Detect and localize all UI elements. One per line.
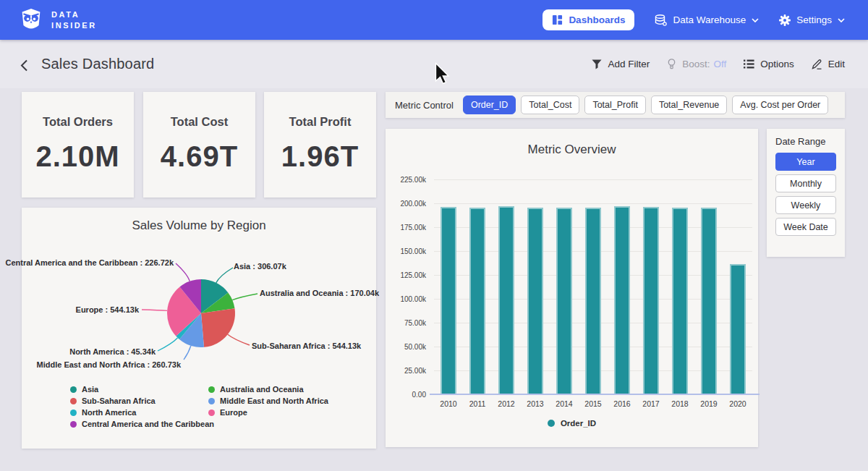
- bar-2013[interactable]: [527, 208, 543, 394]
- pie-callout-label: Sub-Saharan Africa : 544.13k: [252, 341, 361, 350]
- add-filter-label: Add Filter: [608, 59, 650, 69]
- date-range-buttons: YearMonthlyWeeklyWeek Date: [775, 153, 836, 236]
- page-header: Sales Dashboard Add Filter Boost: Off: [0, 40, 868, 88]
- date-range-button[interactable]: Week Date: [775, 218, 836, 236]
- pie-slice-2[interactable]: [201, 308, 235, 347]
- y-tick-label: 200.00k: [386, 200, 426, 208]
- pie-legend-item: Australia and Oceania: [208, 385, 328, 394]
- date-range-button[interactable]: Weekly: [775, 196, 836, 214]
- x-tick-label: 2018: [665, 399, 694, 408]
- boost-toggle[interactable]: Boost: Off: [667, 59, 726, 69]
- pie-callout-label: Europe : 544.13k: [76, 305, 139, 314]
- metric-control-button[interactable]: Avg. Cost per Order: [732, 96, 828, 114]
- legend-dot: [548, 420, 555, 427]
- legend-label: Central America and the Caribbean: [82, 420, 214, 428]
- options-button[interactable]: Options: [744, 59, 794, 69]
- metric-control-button[interactable]: Total_Cost: [521, 96, 579, 114]
- boost-label: Boost:: [682, 59, 710, 69]
- data-warehouse-menu[interactable]: Data Warehouse: [655, 14, 759, 26]
- x-tick-label: 2020: [723, 399, 752, 408]
- chevron-down-icon: [752, 18, 759, 22]
- x-tick-label: 2011: [463, 399, 492, 408]
- boost-state: Off: [713, 59, 726, 69]
- back-button[interactable]: [19, 58, 30, 75]
- bar-slot: [492, 206, 521, 394]
- kpi-label: Total Orders: [43, 115, 113, 129]
- metric-control-button[interactable]: Total_Revenue: [651, 96, 727, 114]
- date-range-button[interactable]: Monthly: [775, 174, 836, 192]
- metric-control-button[interactable]: Total_Profit: [584, 96, 646, 114]
- app-root: DATA INSIDER Dashboards D: [0, 0, 868, 471]
- x-tick-label: 2014: [550, 399, 579, 408]
- kpi-label: Total Cost: [171, 115, 228, 129]
- metric-control-button[interactable]: Order_ID: [463, 96, 516, 114]
- data-warehouse-label: Data Warehouse: [673, 14, 746, 25]
- kpi-label: Total Profit: [289, 115, 352, 129]
- y-tick-label: 150.00k: [386, 247, 426, 255]
- bar-2019[interactable]: [701, 208, 717, 394]
- date-range-panel: Date Range YearMonthlyWeeklyWeek Date: [767, 129, 845, 257]
- legend-label: Middle East and North Africa: [220, 396, 328, 405]
- brand-logo[interactable]: DATA INSIDER: [20, 8, 97, 33]
- pie-callout-label: Australia and Oceania : 170.04k: [260, 289, 379, 297]
- legend-dot: [208, 386, 215, 393]
- metric-control-buttons: Order_IDTotal_CostTotal_ProfitTotal_Reve…: [463, 96, 828, 114]
- pencil-icon: [812, 59, 822, 69]
- pie-leader-line: [158, 338, 178, 351]
- pie-leader-line: [176, 263, 190, 281]
- bar-slot: [694, 208, 723, 394]
- add-filter-button[interactable]: Add Filter: [592, 59, 650, 69]
- settings-label: Settings: [796, 14, 832, 25]
- date-range-label: Date Range: [775, 136, 825, 147]
- legend-dot: [70, 421, 77, 428]
- metric-control-label: Metric Control: [395, 100, 454, 111]
- bar-2020[interactable]: [730, 264, 746, 394]
- chevron-left-icon: [20, 59, 28, 72]
- dashboards-label: Dashboards: [569, 14, 625, 25]
- legend-dot: [208, 410, 215, 416]
- bar-2014[interactable]: [556, 208, 572, 394]
- metric-control-bar: Metric Control Order_IDTotal_CostTotal_P…: [386, 92, 845, 118]
- bar-2017[interactable]: [643, 207, 659, 394]
- chevron-down-icon: [838, 18, 845, 22]
- owl-logo-icon: [20, 8, 42, 33]
- bar-chart-title: Metric Overview: [386, 143, 758, 157]
- bar-2015[interactable]: [585, 208, 601, 394]
- legend-label: Asia: [82, 385, 98, 394]
- bar-2011[interactable]: [469, 208, 485, 394]
- x-tick-label: 2017: [637, 399, 665, 408]
- brand-line2: INSIDER: [51, 22, 97, 30]
- date-range-button[interactable]: Year: [775, 153, 836, 171]
- bar-2012[interactable]: [498, 206, 514, 394]
- pie-legend-item: Central America and the Caribbean: [70, 420, 214, 428]
- kpi-card-total-cost: Total Cost 4.69T: [143, 92, 255, 198]
- brand-line1: DATA: [51, 11, 97, 19]
- edit-button[interactable]: Edit: [812, 59, 845, 69]
- pie-legend-item: North America: [70, 408, 214, 417]
- bar-slot: [521, 208, 550, 394]
- pie-leader-line: [142, 310, 167, 310]
- pie-legend-column: Australia and OceaniaMiddle East and Nor…: [208, 385, 328, 417]
- pie-leader-line: [232, 294, 258, 300]
- bar-2010[interactable]: [441, 207, 456, 394]
- settings-menu[interactable]: Settings: [779, 14, 845, 26]
- y-tick-label: 125.00k: [386, 271, 426, 279]
- pie-legend-item: Sub-Saharan Africa: [70, 396, 214, 405]
- pie-legend-item: Europe: [208, 408, 328, 417]
- bar-slot: [665, 208, 694, 394]
- y-tick-label: 50.00k: [386, 343, 426, 351]
- legend-dot: [70, 410, 77, 416]
- dashboards-button[interactable]: Dashboards: [542, 9, 634, 30]
- x-tick-label: 2016: [608, 399, 637, 408]
- x-tick-label: 2015: [579, 399, 608, 408]
- x-axis-line: [430, 394, 760, 395]
- pie-legend-item: Asia: [70, 385, 214, 394]
- kpi-value: 1.96T: [281, 140, 359, 173]
- hot-air-balloon-icon: [667, 59, 676, 69]
- bars: [434, 179, 752, 394]
- bar-2016[interactable]: [614, 206, 630, 394]
- sales-volume-pie-panel: Sales Volume by Region Asia : 306.07kAus…: [22, 208, 376, 449]
- database-icon: [655, 14, 667, 26]
- y-tick-label: 225.00k: [386, 176, 426, 184]
- bar-2018[interactable]: [672, 208, 688, 394]
